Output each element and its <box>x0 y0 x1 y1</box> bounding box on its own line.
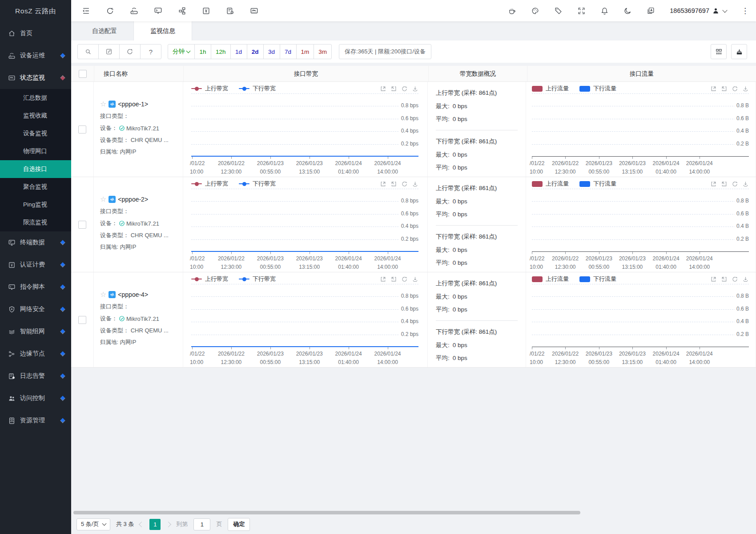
confirm-button[interactable]: 确定 <box>228 518 250 531</box>
legend-downstream-bandwidth[interactable]: 下行带宽 <box>239 275 276 283</box>
legend-upstream-bandwidth[interactable]: 上行带宽 <box>191 275 228 283</box>
device-name[interactable]: MikroTik7.21 <box>126 125 159 132</box>
prev-page-button[interactable] <box>139 522 145 527</box>
bandwidth-plot[interactable]: 0.8 bps 0.6 bps 0.4 bps 0.2 bps <box>191 284 418 347</box>
restore-view-icon[interactable] <box>721 181 728 187</box>
topology-icon[interactable] <box>178 7 186 15</box>
download-data-icon[interactable] <box>742 276 749 283</box>
submenu-item-physical-port[interactable]: 物理网口 <box>0 142 71 160</box>
submenu-item-custom-interface[interactable]: 自选接口 <box>0 160 71 178</box>
sidebar-item-log-alert[interactable]: 日志告警 <box>0 365 71 387</box>
theme-palette-icon[interactable] <box>531 7 539 15</box>
sidebar-item-network-security[interactable]: 网络安全 <box>0 298 71 320</box>
range-3m-button[interactable]: 3m <box>314 44 332 59</box>
language-translate-icon[interactable] <box>647 7 655 15</box>
download-data-icon[interactable] <box>742 181 749 187</box>
download-data-icon[interactable] <box>412 181 418 187</box>
restore-view-icon[interactable] <box>390 85 397 92</box>
user-account-menu[interactable]: 18653697697 <box>670 7 727 15</box>
sidebar-item-resource-management[interactable]: 资源管理 <box>0 409 71 432</box>
column-settings-button[interactable] <box>711 44 727 59</box>
submenu-item-ping-monitor[interactable]: Ping监视 <box>0 196 71 214</box>
legend-upstream-bandwidth[interactable]: 上行带宽 <box>191 85 228 93</box>
save-image-icon[interactable] <box>710 276 717 283</box>
collapse-menu-icon[interactable] <box>82 7 90 15</box>
sidebar-item-device-ops[interactable]: 设备运维 <box>0 44 71 67</box>
download-data-icon[interactable] <box>742 85 749 92</box>
submenu-item-device-monitor[interactable]: 设备监视 <box>0 125 71 142</box>
legend-upstream-traffic[interactable]: 上行流量 <box>532 275 569 283</box>
notification-bell-icon[interactable] <box>600 7 609 15</box>
device-name[interactable]: MikroTik7.21 <box>126 316 159 322</box>
sidebar-item-auth-billing[interactable]: 认证计费 <box>0 254 71 276</box>
fullscreen-icon[interactable] <box>577 7 586 15</box>
billing-yen-icon[interactable] <box>202 7 210 15</box>
save-image-icon[interactable] <box>380 181 386 187</box>
save-image-icon[interactable] <box>710 181 717 187</box>
sidebar-item-status-monitor[interactable]: 状态监视 <box>0 67 71 89</box>
legend-downstream-traffic[interactable]: 下行流量 <box>579 180 616 188</box>
help-button[interactable]: ? <box>140 44 161 59</box>
dark-mode-moon-icon[interactable] <box>623 7 632 15</box>
sidebar-item-edge-node[interactable]: 边缘节点 <box>0 343 71 365</box>
monitor-chart-icon[interactable] <box>250 7 258 15</box>
next-page-button[interactable] <box>166 522 172 527</box>
page-size-select[interactable]: 5 条/页 <box>76 518 110 530</box>
coffee-icon[interactable] <box>508 7 516 15</box>
device-name[interactable]: MikroTik7.21 <box>126 220 159 227</box>
legend-downstream-bandwidth[interactable]: 下行带宽 <box>239 85 276 93</box>
reload-chart-icon[interactable] <box>401 85 408 92</box>
range-3d-button[interactable]: 3d <box>263 44 280 59</box>
minute-dropdown-button[interactable]: 分钟 <box>168 44 195 59</box>
goto-page-input[interactable]: 1 <box>193 518 210 530</box>
save-image-icon[interactable] <box>380 276 386 283</box>
script-terminal-icon[interactable] <box>154 7 162 15</box>
reload-chart-icon[interactable] <box>732 276 738 283</box>
devices-router-icon[interactable] <box>130 7 138 15</box>
sidebar-item-home[interactable]: 首页 <box>0 22 71 44</box>
download-data-icon[interactable] <box>412 276 418 283</box>
traffic-plot[interactable]: 0.8 B 0.6 B 0.4 B 0.2 B <box>532 93 749 157</box>
range-1m-button[interactable]: 1m <box>296 44 314 59</box>
submenu-item-ratelimit-monitor[interactable]: 限流监视 <box>0 214 71 231</box>
submenu-item-summary-data[interactable]: 汇总数据 <box>0 89 71 107</box>
sidebar-item-smart-network[interactable]: 智能组网 <box>0 320 71 343</box>
edit-button[interactable] <box>98 44 120 59</box>
reload-chart-icon[interactable] <box>732 85 738 92</box>
row-checkbox[interactable] <box>78 316 86 324</box>
save-image-icon[interactable] <box>380 85 386 92</box>
legend-downstream-traffic[interactable]: 下行流量 <box>579 275 616 283</box>
refresh-button[interactable] <box>119 44 141 59</box>
refresh-icon[interactable] <box>106 7 114 15</box>
submenu-item-aggregate-monitor[interactable]: 聚合监视 <box>0 178 71 196</box>
bandwidth-plot[interactable]: 0.8 bps 0.6 bps 0.4 bps 0.2 bps <box>191 93 418 157</box>
restore-view-icon[interactable] <box>721 85 728 92</box>
reload-chart-icon[interactable] <box>401 276 408 283</box>
range-12h-button[interactable]: 12h <box>211 44 231 59</box>
more-options-kebab-icon[interactable]: ⋮ <box>741 7 749 15</box>
bandwidth-plot[interactable]: 0.8 bps 0.6 bps 0.4 bps 0.2 bps <box>191 189 418 252</box>
sidebar-item-command-script[interactable]: 指令脚本 <box>0 276 71 298</box>
tab-monitor-info[interactable]: 监视信息 <box>134 21 192 40</box>
save-image-icon[interactable] <box>710 85 717 92</box>
range-1d-button[interactable]: 1d <box>230 44 247 59</box>
restore-view-icon[interactable] <box>390 181 397 187</box>
legend-upstream-traffic[interactable]: 上行流量 <box>532 180 569 188</box>
legend-downstream-bandwidth[interactable]: 下行带宽 <box>239 180 276 188</box>
range-2d-button[interactable]: 2d <box>247 44 264 59</box>
tag-icon[interactable] <box>554 7 563 15</box>
submenu-item-monitor-favorites[interactable]: 监视收藏 <box>0 107 71 125</box>
restore-view-icon[interactable] <box>390 276 397 283</box>
log-clock-icon[interactable] <box>226 7 234 15</box>
select-all-checkbox[interactable] <box>79 70 87 78</box>
reload-chart-icon[interactable] <box>732 181 738 187</box>
traffic-plot[interactable]: 0.8 B 0.6 B 0.4 B 0.2 B <box>532 189 749 252</box>
favorite-star-icon[interactable]: ☆ <box>100 101 106 108</box>
favorite-star-icon[interactable]: ☆ <box>100 196 106 203</box>
search-button[interactable] <box>77 44 99 59</box>
traffic-plot[interactable]: 0.8 B 0.6 B 0.4 B 0.2 B <box>532 284 749 347</box>
sidebar-item-terminal-data[interactable]: 终端数据 <box>0 231 71 254</box>
legend-upstream-bandwidth[interactable]: 上行带宽 <box>191 180 228 188</box>
download-data-icon[interactable] <box>412 85 418 92</box>
sidebar-item-access-control[interactable]: 访问控制 <box>0 387 71 409</box>
